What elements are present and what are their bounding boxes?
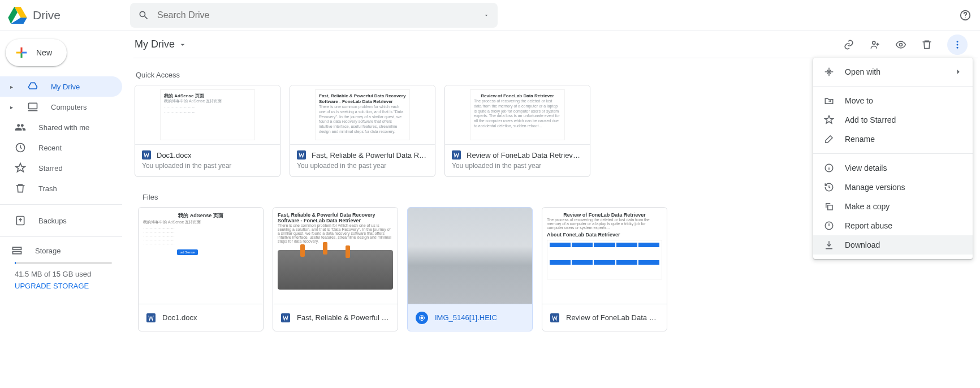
separator: [0, 204, 122, 205]
ctx-label: Manage versions: [845, 183, 905, 192]
svg-rect-14: [452, 150, 461, 159]
ctx-label: Move to: [845, 96, 873, 105]
ctx-label: Download: [845, 240, 880, 249]
sidebar-item-computers[interactable]: ▸ Computers: [0, 97, 122, 117]
ctx-add-star[interactable]: Add to Starred: [813, 110, 973, 130]
file-name: Fast, Reliable & Powerful D...: [297, 313, 390, 322]
file-sub: You uploaded in the past year: [297, 162, 428, 170]
share-button[interactable]: [869, 39, 880, 50]
upgrade-storage-link[interactable]: UPGRADE STORAGE: [15, 282, 112, 290]
nav-label: Recent: [38, 144, 62, 152]
ctx-label: View details: [845, 163, 887, 173]
ctx-report-abuse[interactable]: Report abuse: [813, 216, 973, 235]
plus-icon: [14, 45, 29, 61]
svg-point-17: [421, 316, 424, 319]
thumbnail: Review of FoneLab Data RetrieverThe proc…: [445, 85, 590, 144]
ctx-make-copy[interactable]: Make a copy: [813, 197, 973, 216]
thumbnail: Fast, Reliable & Powerful Data Recovery …: [273, 208, 398, 304]
file-card[interactable]: Review of FoneLab Data RetrieverThe proc…: [542, 207, 667, 331]
svg-rect-12: [142, 150, 151, 159]
ctx-manage-versions[interactable]: Manage versions: [813, 178, 973, 197]
search-input[interactable]: [157, 10, 475, 20]
ctx-download[interactable]: Download: [813, 235, 973, 255]
separator: [0, 236, 122, 237]
svg-rect-21: [828, 205, 832, 210]
sidebar-item-starred[interactable]: Starred: [0, 158, 122, 178]
remove-button[interactable]: [921, 39, 932, 50]
thumbnail: Review of FoneLab Data RetrieverThe proc…: [542, 208, 667, 304]
search-icon: [138, 10, 149, 21]
preview-button[interactable]: [895, 39, 906, 50]
more-vert-icon: [952, 40, 962, 50]
info-icon: [823, 162, 835, 174]
svg-rect-16: [281, 313, 290, 322]
file-sub: You uploaded in the past year: [142, 162, 273, 170]
expand-icon[interactable]: ▸: [10, 84, 15, 90]
quick-access-card[interactable]: Review of FoneLab Data RetrieverThe proc…: [444, 85, 590, 177]
warning-icon: [823, 220, 835, 231]
more-actions-button[interactable]: [947, 35, 968, 55]
svg-point-10: [957, 44, 959, 45]
person-add-icon: [869, 39, 880, 50]
ctx-view-details[interactable]: View details: [813, 158, 973, 178]
nav-label: My Drive: [51, 83, 80, 91]
recent-icon: [15, 142, 26, 153]
file-card[interactable]: 我的 AdSense 页面我的博客中的 AdSense 互转页面………………………: [138, 207, 264, 331]
dropdown-icon: [178, 40, 187, 49]
search-options-icon[interactable]: [483, 12, 490, 19]
trash-icon: [921, 39, 932, 50]
ctx-label: Open with: [845, 67, 880, 76]
svg-rect-15: [146, 313, 156, 322]
word-icon: [142, 150, 151, 159]
sidebar-item-trash[interactable]: Trash: [0, 178, 122, 199]
thumbnail: 我的 AdSense 页面我的博客中的 AdSense 互转页面………………………: [135, 85, 280, 144]
topbar: Drive: [0, 0, 980, 31]
eye-icon: [895, 39, 906, 50]
storage-bar: [15, 262, 112, 264]
ctx-label: Rename: [845, 135, 875, 144]
quick-access-card[interactable]: 我的 AdSense 页面我的博客中的 AdSense 互转页面………………………: [135, 85, 280, 177]
download-icon: [823, 239, 835, 251]
ctx-label: Report abuse: [845, 221, 892, 230]
sidebar-item-my-drive[interactable]: ▸ My Drive: [0, 76, 122, 97]
quick-access-card[interactable]: Fast, Reliable & Powerful Data Recovery …: [290, 85, 435, 177]
storage-label[interactable]: Storage: [35, 247, 61, 255]
shared-icon: [15, 122, 26, 133]
context-menu: Open with Move to Add to Starred Rename …: [813, 58, 973, 259]
sidebar-item-backups[interactable]: Backups: [0, 210, 122, 231]
toolbar-actions: [843, 35, 978, 55]
separator: [813, 153, 973, 154]
nav-label: Shared with me: [38, 123, 89, 132]
get-link-button[interactable]: [843, 39, 854, 50]
logo-area[interactable]: Drive: [8, 7, 130, 24]
move-to-icon: [823, 95, 835, 106]
file-name: Doc1.docx: [162, 313, 197, 322]
sidebar-item-shared[interactable]: Shared with me: [0, 117, 122, 137]
sidebar: New ▸ My Drive ▸ Computers Shared with m…: [0, 31, 122, 290]
ctx-open-with[interactable]: Open with: [813, 62, 973, 81]
help-button[interactable]: [959, 8, 972, 22]
rename-icon: [823, 133, 835, 145]
open-with-icon: [823, 66, 835, 77]
link-icon: [843, 39, 854, 50]
new-button[interactable]: New: [6, 39, 67, 66]
file-sub: You uploaded in the past year: [452, 162, 583, 170]
file-card[interactable]: Fast, Reliable & Powerful Data Recovery …: [273, 207, 398, 331]
copy-icon: [823, 201, 835, 212]
ctx-move-to[interactable]: Move to: [813, 91, 973, 110]
file-card-selected[interactable]: IMG_5146[1].HEIC: [407, 207, 533, 331]
storage-used: 41.5 MB of 15 GB used: [15, 270, 112, 278]
new-button-label: New: [36, 48, 52, 57]
ctx-rename[interactable]: Rename: [813, 130, 973, 149]
help-icon: [959, 9, 972, 21]
thumbnail: [408, 208, 532, 304]
svg-rect-6: [13, 252, 21, 254]
sidebar-item-recent[interactable]: Recent: [0, 137, 122, 158]
location-title[interactable]: My Drive: [133, 38, 187, 50]
word-icon: [281, 313, 290, 322]
product-name: Drive: [33, 8, 61, 22]
file-name: IMG_5146[1].HEIC: [435, 313, 497, 322]
chevron-right-icon: [953, 67, 962, 76]
search-bar[interactable]: [130, 3, 498, 28]
expand-icon[interactable]: ▸: [10, 104, 15, 110]
